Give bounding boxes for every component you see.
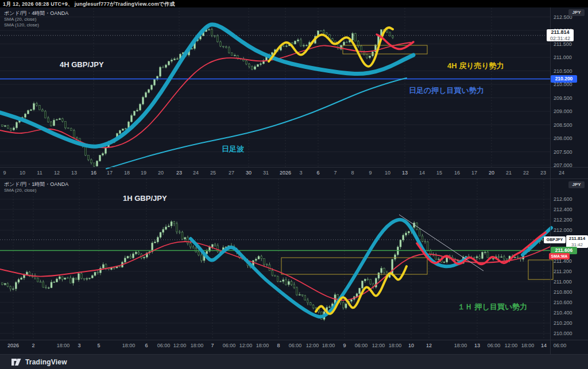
symbol-title-4h: ポンド/円・4時間・OANDA	[4, 10, 68, 17]
tradingview-logo[interactable]: TradingView	[11, 358, 67, 366]
legend-4h: ポンド/円・4時間・OANDA SMA (20, close) SMA (120…	[4, 10, 68, 28]
attribution-bar: 1月 12, 2026 08:28 UTC+9、 junglesurf777がT…	[0, 0, 588, 7]
chart-stage[interactable]: 1月 12, 2026 08:28 UTC+9、 junglesurf777がT…	[0, 0, 588, 369]
attribution-text: 1月 12, 2026 08:28 UTC+9、 junglesurf777がT…	[3, 1, 175, 8]
sma20-legend-1h: SMA (20, close)	[4, 188, 68, 193]
legend-1h: ポンド/円・1時間・OANDA SMA (20, close)	[4, 181, 68, 193]
tradingview-logo-text: TradingView	[25, 358, 67, 366]
chart-canvas[interactable]	[0, 7, 588, 369]
sma20-legend-4h: SMA (20, close)	[4, 17, 68, 22]
symbol-title-1h: ポンド/円・1時間・OANDA	[4, 181, 68, 188]
currency-badge-1h[interactable]: JPY	[568, 181, 585, 188]
sma120-legend-4h: SMA (120, close)	[4, 22, 68, 28]
tradingview-logo-icon	[11, 358, 21, 366]
currency-badge-4h[interactable]: JPY	[568, 9, 585, 16]
footer-bar: TradingView	[0, 354, 588, 369]
